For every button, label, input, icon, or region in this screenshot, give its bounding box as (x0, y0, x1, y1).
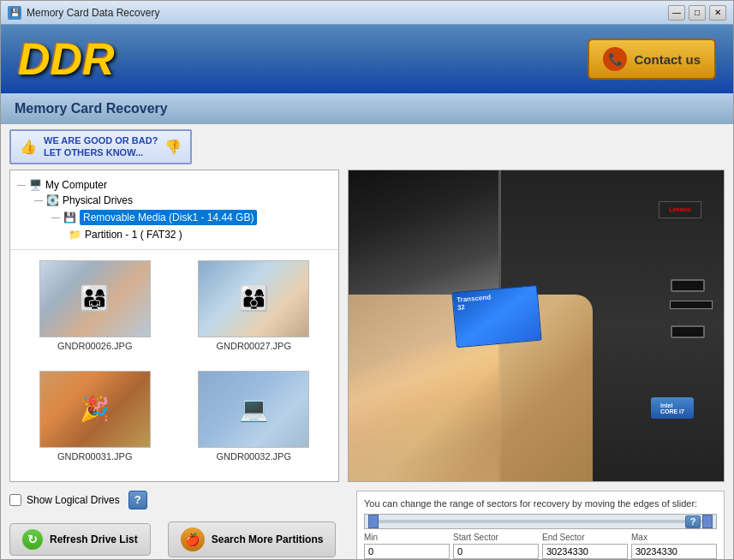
tree-label-partition: Partition - 1 ( FAT32 ) (85, 229, 182, 241)
sector-min-label: Min (364, 533, 450, 542)
thumbnail-item-3[interactable]: 🎉 GNDR00031.JPG (21, 371, 170, 471)
thumbnail-image-1: 👨‍👩‍👧 (39, 260, 151, 337)
bottom-row: Show Logical Drives ? ↻ Refresh Drive Li… (9, 491, 725, 560)
close-button[interactable]: ✕ (709, 5, 726, 21)
app-icon: 💾 (8, 6, 21, 20)
sector-field-end: End Sector (542, 533, 628, 559)
tree-area: — 🖥️ My Computer — 💽 Physical Drives — 💾… (10, 170, 338, 250)
sub-header: Memory Card Recovery (1, 93, 733, 124)
lenovo-label: Lenovo (669, 206, 690, 212)
slider-track (379, 520, 702, 523)
partition-icon: 📁 (69, 229, 81, 241)
sector-slider[interactable]: ? (364, 514, 717, 529)
left-bottom-controls: Show Logical Drives ? ↻ Refresh Drive Li… (9, 491, 339, 560)
expand-icon-2: — (34, 195, 43, 205)
sector-max-input[interactable] (631, 544, 717, 559)
sector-min-input[interactable] (364, 544, 450, 559)
search-label: Search More Partitions (212, 533, 324, 545)
physical-drives-icon: 💽 (46, 194, 59, 206)
header: DDR 📞 Contact us (1, 25, 733, 93)
contact-label: Contact us (634, 52, 701, 67)
usb-port-2 (671, 325, 705, 338)
expand-icon: — (17, 180, 26, 189)
refresh-label: Refresh Drive List (50, 533, 138, 545)
thumbnail-image-2: 👨‍👩‍👦 (198, 260, 309, 337)
rating-text: WE ARE GOOD OR BAD? LET OTHERS KNOW... (44, 134, 158, 159)
show-logical-checkbox[interactable] (9, 494, 21, 506)
slider-right-handle[interactable] (702, 515, 713, 528)
sector-start-label: Start Sector (453, 533, 539, 542)
titlebar: 💾 Memory Card Data Recovery — □ ✕ (1, 1, 733, 25)
usb-port-1 (671, 279, 705, 292)
intel-sticker: intelCORE i7 (651, 397, 694, 419)
thumbs-up-icon: 👍 (20, 139, 37, 155)
show-logical-drives-container: Show Logical Drives (9, 494, 120, 506)
titlebar-controls[interactable]: — □ ✕ (668, 5, 726, 21)
tree-item-removable-media[interactable]: — 💾 Removable Media (Disk1 - 14.44 GB) (51, 208, 331, 227)
left-panel: — 🖥️ My Computer — 💽 Physical Drives — 💾… (9, 170, 339, 482)
intel-label: intelCORE i7 (660, 402, 684, 414)
thumbnail-label-1: GNDR00026.JPG (57, 341, 132, 351)
thumbnail-label-3: GNDR00031.JPG (57, 451, 132, 462)
rating-banner[interactable]: 👍 WE ARE GOOD OR BAD? LET OTHERS KNOW...… (9, 129, 192, 164)
rating-line2: LET OTHERS KNOW... (44, 146, 158, 158)
computer-icon: 🖥️ (29, 179, 42, 191)
contact-button[interactable]: 📞 Contact us (588, 39, 716, 80)
thumbnails-grid: 👨‍👩‍👧 GNDR00026.JPG 👨‍👩‍👦 GNDR00027.JPG … (10, 250, 338, 481)
sector-description: You can change the range of sectors for … (364, 498, 717, 509)
slider-left-handle[interactable] (368, 515, 379, 528)
sector-field-start: Start Sector (453, 533, 539, 559)
right-preview-panel: Transcend32 intelCORE i7 Lenovo (348, 170, 725, 482)
sector-field-min: Min (364, 533, 450, 559)
sd-slot (670, 301, 713, 309)
show-logical-label: Show Logical Drives (27, 494, 120, 506)
sector-start-input[interactable] (453, 544, 539, 559)
thumbnail-label-4: GNDR00032.JPG (217, 451, 291, 462)
show-logical-help-button[interactable]: ? (128, 491, 147, 509)
expand-icon-3: — (51, 212, 60, 222)
lenovo-sticker: Lenovo (659, 201, 701, 218)
tree-item-my-computer[interactable]: — 🖥️ My Computer (17, 177, 331, 193)
tree-item-partition[interactable]: 📁 Partition - 1 ( FAT32 ) (69, 227, 331, 242)
sub-header-title: Memory Card Recovery (15, 101, 168, 116)
thumbnail-image-4: 💻 (198, 371, 309, 448)
maximize-button[interactable]: □ (689, 5, 706, 21)
logo: DDR (18, 33, 115, 85)
search-icon: 🍎 (181, 527, 205, 551)
main-content: — 🖥️ My Computer — 💽 Physical Drives — 💾… (1, 170, 733, 482)
removable-media-icon: 💾 (63, 211, 76, 223)
sector-end-input[interactable] (542, 544, 628, 559)
action-buttons: ↻ Refresh Drive List 🍎 Search More Parti… (9, 521, 339, 557)
thumbnail-image-3: 🎉 (39, 371, 151, 448)
right-bottom-sector: You can change the range of sectors for … (356, 491, 725, 560)
thumbnail-item-1[interactable]: 👨‍👩‍👧 GNDR00026.JPG (21, 260, 170, 360)
refresh-icon: ↻ (22, 529, 43, 550)
tree-item-physical-drives[interactable]: — 💽 Physical Drives (34, 193, 331, 208)
thumbnail-label-2: GNDR00027.JPG (217, 341, 291, 351)
sector-field-max: Max (631, 533, 717, 559)
refresh-drive-button[interactable]: ↻ Refresh Drive List (9, 523, 151, 556)
sd-card: Transcend32 (451, 284, 541, 347)
sector-panel: You can change the range of sectors for … (356, 491, 725, 560)
minimize-button[interactable]: — (668, 5, 685, 21)
thumbs-down-icon: 👎 (164, 139, 182, 155)
app-title: Memory Card Data Recovery (27, 7, 159, 19)
sector-max-label: Max (631, 533, 717, 542)
contact-icon: 📞 (603, 47, 627, 71)
titlebar-left: 💾 Memory Card Data Recovery (8, 6, 159, 20)
sd-card-label: Transcend32 (452, 285, 538, 314)
bottom-section: Show Logical Drives ? ↻ Refresh Drive Li… (1, 482, 733, 560)
sector-end-label: End Sector (542, 533, 628, 542)
sector-help-button[interactable]: ? (685, 515, 701, 528)
tree-label-removable-media: Removable Media (Disk1 - 14.44 GB) (80, 210, 257, 225)
search-partitions-button[interactable]: 🍎 Search More Partitions (168, 521, 337, 557)
tree-label-my-computer: My Computer (45, 179, 107, 191)
rating-line1: WE ARE GOOD OR BAD? (44, 134, 158, 146)
preview-image: Transcend32 intelCORE i7 Lenovo (349, 170, 724, 481)
thumbnail-item-4[interactable]: 💻 GNDR00032.JPG (180, 371, 329, 471)
sector-fields: Min Start Sector End Sector Max (364, 533, 717, 559)
tree-label-physical-drives: Physical Drives (63, 194, 133, 206)
thumbnail-item-2[interactable]: 👨‍👩‍👦 GNDR00027.JPG (180, 260, 329, 360)
show-logical-row: Show Logical Drives ? (9, 491, 339, 509)
sd-card-scene: Transcend32 intelCORE i7 Lenovo (349, 170, 724, 481)
